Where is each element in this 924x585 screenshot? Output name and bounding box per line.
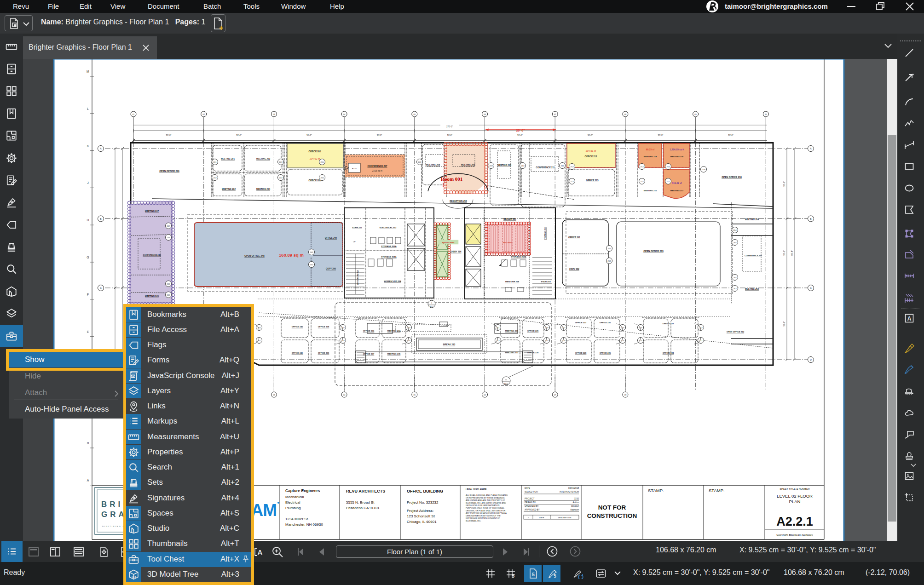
svg-text:OFFICE 225: OFFICE 225 bbox=[600, 321, 611, 324]
svg-text:202: 202 bbox=[214, 177, 217, 179]
svg-text:Author: Author bbox=[572, 501, 579, 504]
svg-text:03: 03 bbox=[273, 113, 275, 115]
svg-text:DEMONSTRATION SET WITHOUT THE: DEMONSTRATION SET WITHOUT THE bbox=[466, 515, 501, 517]
svg-text:ARE OWNED AND ARE THE PROPERTY: ARE OWNED AND ARE THE PROPERTY OF bbox=[466, 499, 505, 501]
svg-text:30'-0": 30'-0" bbox=[658, 134, 664, 137]
svg-text:1: 1 bbox=[431, 302, 432, 304]
svg-text:30'-0": 30'-0" bbox=[166, 134, 172, 137]
svg-text:OFFICE 237: OFFICE 237 bbox=[363, 353, 375, 355]
svg-text:J: J bbox=[87, 181, 89, 184]
svg-text:OPEN OFFICE 222: OPEN OFFICE 222 bbox=[727, 331, 745, 333]
svg-text:E: E bbox=[87, 330, 89, 333]
svg-text:DEVELOPED FOR DEMONSTRATION: DEVELOPED FOR DEMONSTRATION bbox=[466, 504, 499, 506]
svg-text:BREAK 233: BREAK 233 bbox=[443, 344, 456, 346]
svg-text:G: G bbox=[87, 256, 89, 259]
svg-text:265: 265 bbox=[733, 241, 737, 244]
svg-text:STAMP:: STAMP: bbox=[648, 488, 664, 493]
svg-text:30'-0": 30'-0" bbox=[783, 181, 785, 187]
svg-text:203: 203 bbox=[279, 161, 283, 163]
svg-text:MEETING 216: MEETING 216 bbox=[670, 155, 684, 158]
svg-text:214: 214 bbox=[641, 166, 644, 168]
svg-text:Pasadena CA 91101: Pasadena CA 91101 bbox=[346, 506, 380, 510]
svg-text:10: 10 bbox=[765, 113, 767, 115]
svg-text:MEETING 201: MEETING 201 bbox=[221, 158, 235, 160]
svg-text:90'-8": 90'-8" bbox=[791, 250, 793, 256]
svg-text:123 Schonsett St: 123 Schonsett St bbox=[407, 514, 435, 518]
svg-text:OFFICE 249: OFFICE 249 bbox=[325, 237, 337, 239]
svg-text:OFFICE 261: OFFICE 261 bbox=[568, 236, 580, 239]
svg-text:245: 245 bbox=[167, 294, 171, 296]
svg-text:212: 212 bbox=[571, 166, 574, 168]
svg-text:STORAGE 258A: STORAGE 258A bbox=[511, 256, 526, 258]
svg-text:270'-0": 270'-0" bbox=[446, 126, 453, 128]
svg-text:1234 Miller St.: 1234 Miller St. bbox=[285, 517, 309, 521]
svg-text:06: 06 bbox=[484, 394, 486, 396]
svg-text:A: A bbox=[810, 148, 811, 150]
svg-text:38'-8": 38'-8" bbox=[447, 134, 452, 137]
svg-text:MEETING 234: MEETING 234 bbox=[387, 330, 401, 332]
svg-text:09: 09 bbox=[694, 113, 697, 115]
svg-text:08: 08 bbox=[624, 113, 627, 115]
svg-text:OPEN OFFICE 218: OPEN OFFICE 218 bbox=[722, 176, 742, 178]
svg-text:OFFICE 205: OFFICE 205 bbox=[309, 150, 321, 153]
svg-text:STAIR 251: STAIR 251 bbox=[352, 226, 362, 229]
svg-text:DATE: DATE bbox=[539, 516, 544, 519]
svg-text:APPROVED BY: APPROVED BY bbox=[525, 509, 540, 511]
svg-text:MEETING 247: MEETING 247 bbox=[145, 210, 159, 212]
svg-text:MEETING 264: MEETING 264 bbox=[745, 218, 759, 221]
svg-text:MEN'S RR 258: MEN'S RR 258 bbox=[505, 281, 519, 283]
svg-text:OFFICE 241: OFFICE 241 bbox=[292, 352, 303, 354]
svg-text:H: H bbox=[87, 218, 89, 222]
svg-text:Copyright Bluebeam Software: Copyright Bluebeam Software bbox=[776, 533, 813, 536]
svg-text:B: B bbox=[87, 442, 89, 445]
svg-text:JS: JS bbox=[131, 374, 135, 378]
svg-text:OFFICE 236: OFFICE 236 bbox=[363, 330, 375, 332]
svg-text:K: K bbox=[87, 144, 89, 148]
svg-text:A: A bbox=[258, 548, 263, 556]
svg-text:30'-2": 30'-2" bbox=[306, 134, 312, 137]
svg-text:PURPOSES ONLY. NONE OF SUCH ID: PURPOSES ONLY. NONE OF SUCH IDEAS, bbox=[466, 507, 504, 509]
svg-text:WOMEN'S RR 254: WOMEN'S RR 254 bbox=[384, 280, 401, 282]
svg-text:99.25 sf: 99.25 sf bbox=[646, 148, 655, 151]
svg-text:204.51 sf: 204.51 sf bbox=[586, 149, 596, 152]
svg-text:30'-0": 30'-0" bbox=[783, 321, 785, 327]
svg-text:DESIGNS, OR PLANS SHALL BE USE: DESIGNS, OR PLANS SHALL BE USED FOR bbox=[466, 510, 505, 512]
svg-text:Manchester, NH 06930: Manchester, NH 06930 bbox=[285, 522, 323, 527]
svg-text:CONFERENCE 207: CONFERENCE 207 bbox=[368, 165, 387, 167]
svg-text:L: L bbox=[87, 107, 89, 110]
svg-text:246: 246 bbox=[167, 236, 171, 239]
svg-text:RECEPTION 255: RECEPTION 255 bbox=[450, 200, 467, 202]
svg-text:262: 262 bbox=[733, 287, 737, 290]
svg-text:Project Address:: Project Address: bbox=[407, 509, 433, 513]
svg-text:REVU ARCHITECTS: REVU ARCHITECTS bbox=[346, 489, 385, 493]
svg-text:215: 215 bbox=[641, 180, 644, 183]
svg-text:MEETING 214: MEETING 214 bbox=[644, 155, 657, 158]
svg-text:OPEN OFFICE 200: OPEN OFFICE 200 bbox=[159, 170, 179, 172]
svg-text:38'-8": 38'-8" bbox=[377, 134, 382, 137]
svg-text:3232: 3232 bbox=[574, 498, 579, 500]
svg-text:UP: UP bbox=[353, 241, 356, 243]
svg-text:Checker: Checker bbox=[571, 505, 579, 507]
svg-text:A: A bbox=[100, 148, 101, 150]
svg-text:249: 249 bbox=[310, 251, 314, 253]
svg-text:05: 05 bbox=[414, 113, 416, 115]
svg-text:OFFICE 227: OFFICE 227 bbox=[575, 321, 587, 324]
svg-text:OFFICE 229: OFFICE 229 bbox=[527, 330, 539, 332]
svg-text:MEETING 204: MEETING 204 bbox=[256, 188, 270, 190]
svg-text:206: 206 bbox=[321, 177, 324, 179]
svg-text:23.15 sq m: 23.15 sq m bbox=[372, 170, 383, 172]
svg-text:STORAGE 253A: STORAGE 253A bbox=[381, 245, 397, 247]
svg-text:OFFICE 206: OFFICE 206 bbox=[309, 179, 321, 182]
svg-text:08: 08 bbox=[624, 394, 627, 396]
svg-text:STORAGE 260: STORAGE 260 bbox=[544, 227, 546, 240]
svg-text:30'-0": 30'-0" bbox=[236, 134, 242, 137]
svg-text:04: 04 bbox=[343, 113, 346, 115]
svg-text:MEETING 231: MEETING 231 bbox=[505, 330, 519, 332]
svg-text:OR REPRESENTED BY THESE DRAWIN: OR REPRESENTED BY THESE DRAWINGS bbox=[466, 497, 505, 499]
svg-text:LOBBY 256: LOBBY 256 bbox=[450, 251, 462, 253]
svg-text:30'-0": 30'-0" bbox=[783, 250, 785, 256]
svg-text:201: 201 bbox=[214, 161, 217, 163]
svg-text:PLAN: PLAN bbox=[789, 499, 801, 504]
svg-text:30'-0": 30'-0" bbox=[516, 129, 525, 132]
svg-text:MEETING 202: MEETING 202 bbox=[222, 188, 236, 190]
